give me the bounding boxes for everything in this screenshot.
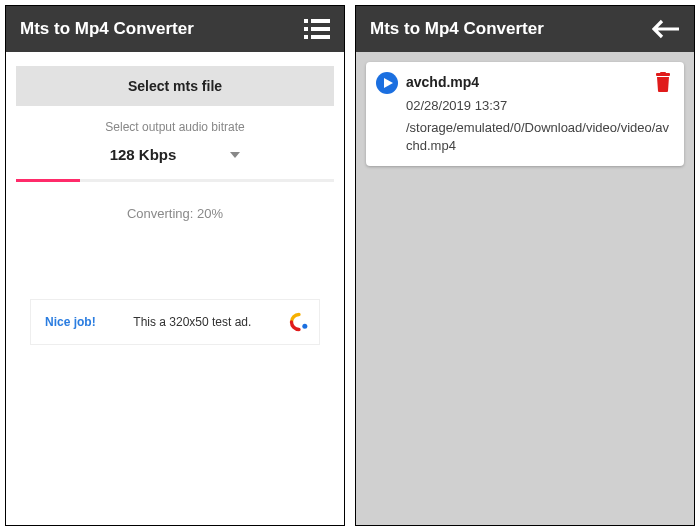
select-file-label: Select mts file [128, 78, 222, 94]
file-list: avchd.mp4 02/28/2019 13:37 /storage/emul… [356, 52, 694, 176]
app-title: Mts to Mp4 Converter [370, 19, 544, 39]
list-item[interactable]: avchd.mp4 02/28/2019 13:37 /storage/emul… [366, 62, 684, 166]
progress-fill [16, 179, 80, 182]
file-name: avchd.mp4 [406, 74, 479, 90]
file-path: /storage/emulated/0/Download/video/video… [406, 119, 672, 154]
trash-icon [654, 72, 672, 92]
play-icon [376, 72, 398, 94]
header-bar: Mts to Mp4 Converter [6, 6, 344, 52]
back-button[interactable] [652, 19, 680, 39]
converter-screen: Mts to Mp4 Converter Select mts file Sel… [5, 5, 345, 526]
file-date: 02/28/2019 13:37 [406, 98, 672, 113]
chevron-down-icon [230, 152, 240, 158]
svg-rect-1 [311, 19, 330, 23]
progress-text: Converting: 20% [16, 206, 334, 221]
select-file-button[interactable]: Select mts file [16, 66, 334, 106]
list-icon [304, 18, 330, 40]
svg-rect-2 [304, 27, 308, 31]
menu-list-button[interactable] [304, 18, 330, 40]
bitrate-value: 128 Kbps [110, 146, 177, 163]
main-content: Select mts file Select output audio bitr… [6, 52, 344, 345]
svg-rect-0 [304, 19, 308, 23]
svg-rect-9 [660, 72, 666, 74]
app-title: Mts to Mp4 Converter [20, 19, 194, 39]
admob-icon [289, 312, 309, 332]
svg-rect-5 [311, 35, 330, 39]
progress-bar [16, 179, 334, 182]
arrow-left-icon [652, 19, 680, 39]
svg-rect-3 [311, 27, 330, 31]
output-list-screen: Mts to Mp4 Converter avchd.mp4 [355, 5, 695, 526]
ad-banner[interactable]: Nice job! This a 320x50 test ad. [30, 299, 320, 345]
ad-body: This a 320x50 test ad. [118, 315, 267, 329]
bitrate-dropdown[interactable]: 128 Kbps [16, 140, 334, 179]
bitrate-caption: Select output audio bitrate [16, 120, 334, 134]
svg-rect-4 [304, 35, 308, 39]
delete-button[interactable] [654, 72, 672, 92]
play-button[interactable] [376, 72, 398, 94]
header-bar: Mts to Mp4 Converter [356, 6, 694, 52]
svg-point-6 [302, 324, 307, 329]
ad-headline: Nice job! [45, 315, 96, 329]
